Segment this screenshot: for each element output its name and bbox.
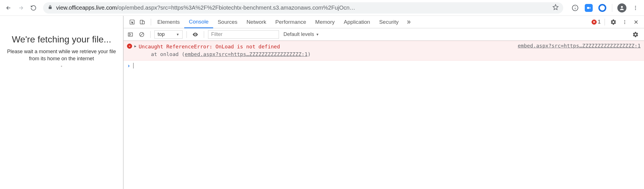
console-output: ✕ ▶ Uncaught ReferenceError: OnLoad is n… [124,41,644,189]
separator [151,19,151,25]
chevron-down-icon: ▼ [176,33,179,36]
error-icon: ✕ [127,44,132,49]
page-subtitle: Please wait a moment while we retrieve y… [5,48,118,62]
svg-point-3 [635,6,636,7]
loading-spinner: ● [61,65,62,68]
lock-icon [48,5,53,11]
context-selector[interactable]: top ▼ [154,30,183,39]
star-icon[interactable] [552,4,559,12]
error-count-badge[interactable]: ✕ 1 [592,19,601,25]
zoom-extension-icon[interactable] [584,3,594,13]
tab-console[interactable]: Console [184,16,213,28]
tab-more[interactable] [403,16,414,28]
extension-circle-icon[interactable] [597,3,607,13]
tab-network[interactable]: Network [242,16,271,28]
svg-rect-8 [142,21,145,24]
devtools-menu-icon[interactable] [620,18,629,27]
inspect-element-icon[interactable] [128,18,137,27]
reload-button[interactable] [28,3,39,13]
devtools-close-icon[interactable] [632,18,641,27]
devtools-tabs: Elements Console Sources Network Perform… [124,16,644,28]
svg-point-10 [624,22,625,22]
svg-point-9 [624,20,625,21]
live-expression-icon[interactable] [191,30,200,39]
tab-elements[interactable]: Elements [153,16,184,28]
back-button[interactable] [3,3,14,13]
clear-console-icon[interactable] [137,30,146,39]
svg-rect-1 [587,7,589,9]
levels-label: Default levels [283,31,314,37]
browser-toolbar: view.officeapps.live.com/op/embed.aspx?s… [0,0,644,16]
devtools-panel: Elements Console Sources Network Perform… [123,16,644,189]
error-source-link[interactable]: embed.aspx?src=https…ZZZZZZZZZZZZZZZZZ:1 [507,43,641,49]
tab-performance[interactable]: Performance [271,16,311,28]
page-title: We're fetching your file... [12,34,111,45]
console-sidebar-toggle-icon[interactable] [126,30,135,39]
console-error-row[interactable]: ✕ ▶ Uncaught ReferenceError: OnLoad is n… [124,41,644,61]
chevron-down-icon: ▼ [316,33,319,36]
svg-point-2 [621,6,623,8]
error-dot-icon: ✕ [592,20,597,25]
svg-point-5 [635,9,636,10]
tab-application[interactable]: Application [339,16,375,28]
svg-point-11 [624,23,625,24]
separator [204,31,204,38]
separator [612,4,612,12]
tab-sources[interactable]: Sources [213,16,242,28]
extension-icons [568,3,641,13]
console-toolbar: top ▼ Default levels ▼ [124,28,644,41]
tab-security[interactable]: Security [375,16,403,28]
separator [150,31,151,38]
address-bar[interactable]: view.officeapps.live.com/op/embed.aspx?s… [43,2,563,14]
chrome-menu-icon[interactable] [630,3,641,13]
url-text: view.officeapps.live.com/op/embed.aspx?s… [56,5,549,11]
separator [187,31,187,38]
error-message: Uncaught ReferenceError: OnLoad is not d… [139,43,504,58]
expand-triangle-icon[interactable]: ▶ [134,44,136,48]
cursor [133,63,134,68]
info-icon[interactable] [570,3,580,13]
separator [605,19,605,25]
devtools-settings-icon[interactable] [609,18,618,27]
log-levels-selector[interactable]: Default levels ▼ [281,31,321,37]
filter-input[interactable] [208,30,279,39]
tab-memory[interactable]: Memory [311,16,339,28]
stack-link[interactable]: embed.aspx?src=https…ZZZZZZZZZZZZZZZZZ:1 [185,51,308,57]
context-label: top [158,31,165,37]
svg-point-4 [635,7,636,8]
console-settings-icon[interactable] [631,30,640,39]
console-prompt[interactable]: › [124,61,644,71]
error-count: 1 [598,19,601,25]
device-toolbar-icon[interactable] [138,18,147,27]
profile-avatar[interactable] [617,3,627,13]
forward-button[interactable] [16,3,26,13]
prompt-chevron-icon: › [127,62,130,69]
page-content: We're fetching your file... Please wait … [0,16,123,189]
